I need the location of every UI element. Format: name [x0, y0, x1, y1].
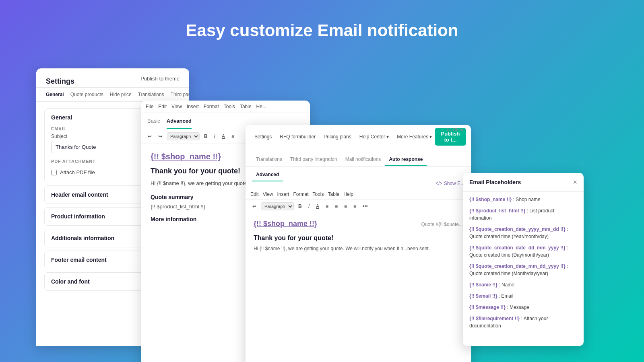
tab-translations[interactable]: Translations [135, 88, 167, 101]
placeholder-code-date-ymd: {!! $quote_creation_date_yyyy_mm_dd !!} [469, 226, 566, 232]
placeholder-date-mdy: {!! $quote_creation_date_mm_dd_yyyy !!} … [469, 263, 577, 277]
placeholder-code-date-dmy: {!! $quote_creation_date_dd_mm_yyyy !!} [469, 245, 566, 251]
placeholder-code-message: {!! $message !!} [469, 304, 506, 310]
section-color-font-label: Color and font [51, 278, 90, 285]
auto-justify[interactable]: ≡ [351, 202, 358, 210]
menu-edit[interactable]: Edit [158, 104, 167, 109]
auto-menu-table[interactable]: Table [328, 191, 340, 197]
tab-hide-price[interactable]: Hide price [107, 88, 135, 101]
placeholder-code-name: {!! $name !!} [469, 282, 497, 288]
section-general-label: General [51, 114, 72, 121]
placeholder-desc-message: : Message [507, 304, 529, 310]
auto-menu-format[interactable]: Format [293, 191, 309, 197]
placeholder-code-date-mdy: {!! $quote_creation_date_mm_dd_yyyy !!} [469, 263, 566, 269]
placeholder-message: {!! $message !!} : Message [469, 304, 577, 311]
menu-format[interactable]: Format [204, 104, 219, 109]
redo-button[interactable]: ↪ [156, 132, 164, 140]
placeholder-name: {!! $name !!} : Name [469, 281, 577, 288]
quote-ref: Quote #{!! $quote... [421, 222, 463, 227]
nav-more[interactable]: More Features ▾ [394, 132, 434, 141]
auto-shop-placeholder: {!! $shop_name !!} [254, 220, 317, 228]
bold-button[interactable]: B [202, 132, 210, 140]
section-header-email-label: Header email content [51, 191, 108, 198]
settings-tabs: General Quote products Hide price Transl… [36, 88, 189, 102]
subtab-auto-response[interactable]: Auto response [385, 153, 427, 166]
auto-response-panel: by Globo Settings RFQ formbuilder Pricin… [246, 125, 471, 362]
placeholder-shop-name: {!! $shop_name !!} : Shop name [469, 196, 577, 203]
subtab-translations[interactable]: Translations [252, 153, 286, 166]
nav-settings[interactable]: Settings [252, 132, 274, 141]
menu-tools[interactable]: Tools [224, 104, 235, 109]
menu-table[interactable]: Table [240, 104, 252, 109]
menu-file[interactable]: File [146, 104, 153, 109]
placeholder-desc-email: : Email [499, 293, 514, 299]
placeholder-product-list: {!! $product_list_html !!} : List produc… [469, 207, 577, 222]
placeholders-title: Email Placeholders [469, 179, 521, 185]
undo-button[interactable]: ↩ [146, 132, 154, 140]
auto-align-center[interactable]: ≡ [333, 202, 340, 210]
menu-insert[interactable]: Insert [187, 104, 199, 109]
tab-third-party[interactable]: Third party integration [167, 88, 189, 101]
page-title: Easy customize Email notification [0, 0, 644, 52]
settings-title: Settings [46, 77, 74, 86]
publish-theme-button-small[interactable]: Publish to theme [140, 76, 180, 87]
by-globo: by Globo [447, 127, 464, 132]
auto-menu-edit[interactable]: Edit [250, 191, 259, 197]
placeholder-filerequirement: {!! $filerequirement !!} : Attach your d… [469, 315, 577, 329]
attach-pdf-checkbox[interactable] [51, 170, 57, 175]
tab-general[interactable]: General [43, 88, 67, 101]
placeholder-code-product-list: {!! $product_list_html !!} [469, 208, 525, 214]
placeholder-code-shop-name: {!! $shop_name !!} [469, 197, 512, 202]
auto-sub-tabs: Translations Third party integration Mai… [246, 149, 471, 167]
auto-editor-heading: Thank you for your quote! [254, 234, 463, 242]
align-button[interactable]: ≡ [229, 132, 236, 140]
auto-align-right[interactable]: ≡ [342, 202, 349, 210]
auto-align-left[interactable]: ≡ [324, 202, 330, 210]
placeholder-code-email: {!! $email !!} [469, 293, 497, 299]
menu-he[interactable]: He... [256, 104, 266, 109]
ui-container: Settings Publish to theme General Quote … [36, 68, 608, 362]
nav-pricing[interactable]: Pricing plans [321, 132, 354, 141]
placeholders-header: Email Placeholders × [463, 173, 584, 192]
tab-quote-products[interactable]: Quote products [67, 88, 107, 101]
placeholder-desc-name: : Name [499, 282, 514, 288]
format-select[interactable]: Paragraph [167, 132, 200, 140]
auto-menu-help[interactable]: Help [343, 191, 353, 197]
nav-help[interactable]: Help Center ▾ [357, 132, 391, 141]
section-footer-email-label: Footer email content [51, 257, 107, 263]
placeholder-date-dmy: {!! $quote_creation_date_dd_mm_yyyy !!} … [469, 244, 577, 259]
highlight-button[interactable]: A [220, 132, 227, 140]
auto-italic-button[interactable]: I [306, 202, 312, 210]
auto-more-button[interactable]: ••• [361, 202, 370, 210]
tab-advanced[interactable]: Advanced [167, 118, 192, 129]
close-placeholders-button[interactable]: × [573, 179, 577, 186]
auto-highlight-button[interactable]: A [314, 202, 321, 210]
settings-header: Settings Publish to theme [36, 68, 189, 88]
tab-basic[interactable]: Basic [147, 118, 160, 129]
section-product-info-label: Product information [51, 213, 105, 220]
show-email-label: </> Show E... [436, 181, 464, 186]
auto-menu-insert[interactable]: Insert [277, 191, 289, 197]
nav-rfq[interactable]: RFQ formbuilder [277, 132, 318, 141]
auto-format-select[interactable]: Paragraph [261, 202, 294, 210]
auto-editor-content: {!! $shop_name !!} Quote #{!! $quote... … [246, 213, 471, 362]
tab-advanced-auto[interactable]: Advanced [252, 169, 283, 181]
auto-bold-button[interactable]: B [296, 202, 304, 210]
auto-editor-body: Hi {!! $name !!}, we are getting your qu… [254, 245, 463, 252]
placeholder-desc-shop-name: : Shop name [513, 197, 541, 202]
auto-editor-toolbar: ↩ Paragraph B I A ≡ ≡ ≡ ≡ ••• [246, 200, 471, 213]
subtab-mail-notifications[interactable]: Mail notifications [341, 153, 385, 166]
italic-button[interactable]: I [212, 132, 217, 140]
auto-menu-tools[interactable]: Tools [313, 191, 324, 197]
menu-view[interactable]: View [171, 104, 182, 109]
placeholder-date-ymd: {!! $quote_creation_date_yyyy_mm_dd !!} … [469, 226, 577, 240]
placeholder-email: {!! $email !!} : Email [469, 292, 577, 300]
placeholders-panel: Email Placeholders × {!! $shop_name !!} … [463, 173, 584, 346]
auto-menu-view[interactable]: View [263, 191, 273, 197]
attach-pdf-label: Attach PDF file [60, 169, 95, 175]
placeholder-list: {!! $shop_name !!} : Shop name {!! $prod… [463, 192, 584, 346]
section-additionals-label: Additionals information [51, 235, 114, 241]
auto-undo-button[interactable]: ↩ [250, 202, 258, 210]
auto-top-nav: Settings RFQ formbuilder Pricing plans H… [246, 125, 471, 149]
subtab-third-party[interactable]: Third party integration [286, 153, 341, 166]
